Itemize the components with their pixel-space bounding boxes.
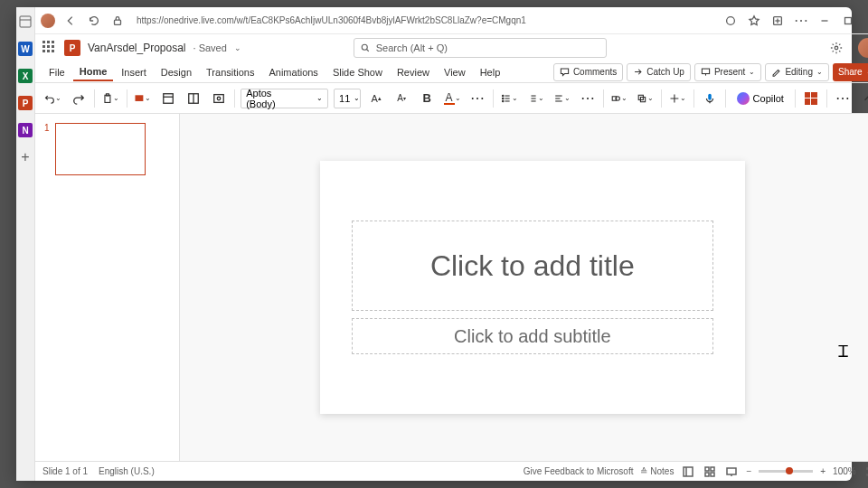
normal-view-icon[interactable]: [681, 465, 695, 479]
svg-point-19: [362, 44, 367, 50]
dictate-button[interactable]: [700, 89, 720, 108]
back-icon[interactable]: [62, 13, 79, 29]
feedback-link[interactable]: Give Feedback to Microsoft: [524, 466, 634, 476]
rail-excel-icon[interactable]: X: [16, 67, 34, 85]
svg-point-33: [502, 95, 503, 96]
svg-text:N: N: [22, 126, 28, 136]
reset-button[interactable]: [184, 89, 203, 108]
slide-count[interactable]: Slide 1 of 1: [42, 466, 88, 476]
bold-button[interactable]: B: [417, 89, 437, 108]
tab-transitions[interactable]: Transitions: [200, 64, 260, 80]
editing-group-button[interactable]: ⌄: [667, 89, 688, 108]
tab-help[interactable]: Help: [474, 64, 507, 80]
align-button[interactable]: ⌄: [552, 89, 572, 108]
redo-button[interactable]: [69, 89, 89, 108]
zoom-slider[interactable]: [759, 470, 813, 473]
undo-button[interactable]: ⌄: [42, 89, 63, 108]
layout-button[interactable]: [158, 89, 178, 108]
font-more-icon[interactable]: ⋯: [467, 89, 487, 108]
sorter-view-icon[interactable]: [703, 465, 717, 479]
favorite-icon[interactable]: [746, 13, 762, 29]
tab-review[interactable]: Review: [391, 64, 436, 80]
rail-collapse-icon[interactable]: [16, 13, 34, 31]
tab-animations[interactable]: Animations: [262, 64, 324, 80]
new-slide-button[interactable]: ⌄: [132, 89, 153, 108]
bullets-button[interactable]: ⌄: [499, 89, 520, 108]
font-color-button[interactable]: A⌄: [442, 89, 462, 108]
document-title[interactable]: VanArsdel_Proposal: [88, 42, 186, 54]
minimize-icon[interactable]: [816, 13, 833, 29]
collections-icon[interactable]: [769, 13, 786, 29]
arrange-button[interactable]: ⌄: [635, 89, 656, 108]
browser-more-icon[interactable]: ⋯: [793, 13, 809, 29]
svg-text:P: P: [23, 99, 29, 108]
settings-icon[interactable]: [827, 39, 845, 57]
rail-word-icon[interactable]: W: [16, 40, 34, 58]
profile-avatar-icon[interactable]: [41, 14, 55, 28]
reading-view-icon[interactable]: [724, 465, 739, 479]
para-more-icon[interactable]: ⋯: [578, 89, 598, 108]
shrink-font-button[interactable]: A▾: [392, 89, 411, 108]
share-button[interactable]: Share⌄: [833, 63, 868, 81]
designer-button[interactable]: [801, 89, 821, 108]
svg-rect-50: [684, 467, 693, 476]
svg-line-20: [366, 50, 368, 52]
subtitle-placeholder[interactable]: Click to add subtitle: [352, 318, 713, 354]
slide[interactable]: Click to add title Click to add subtitle: [320, 161, 745, 414]
svg-rect-10: [115, 20, 121, 24]
search-icon: [360, 42, 371, 53]
tracking-icon[interactable]: [722, 13, 739, 29]
chevron-down-icon[interactable]: ⌄: [234, 43, 241, 52]
font-size-select[interactable]: 11⌄: [334, 89, 361, 108]
svg-rect-16: [844, 17, 851, 23]
shapes-button[interactable]: ⌄: [609, 89, 629, 108]
app-title-bar: P VanArsdel_Proposal · Saved ⌄ Search (A…: [35, 34, 868, 61]
rail-onenote-icon[interactable]: N: [16, 121, 34, 139]
language[interactable]: English (U.S.): [99, 466, 155, 476]
copilot-button[interactable]: Copilot: [731, 89, 789, 108]
svg-point-11: [726, 16, 734, 24]
present-button[interactable]: Present⌄: [694, 63, 761, 81]
section-button[interactable]: [209, 89, 229, 108]
zoom-level[interactable]: 100%: [833, 466, 856, 476]
save-state: · Saved: [193, 42, 227, 53]
grow-font-button[interactable]: A▴: [366, 89, 386, 108]
zoom-in-button[interactable]: +: [820, 466, 826, 476]
zoom-out-button[interactable]: −: [746, 466, 751, 476]
browser-chrome: https://onedrive.live.com/w/t/EaC8KPs6Ac…: [35, 7, 868, 34]
ribbon-more-icon[interactable]: ⋯: [833, 89, 853, 108]
rail-add-icon[interactable]: +: [16, 148, 34, 166]
svg-point-32: [218, 97, 222, 100]
url-bar[interactable]: https://onedrive.live.com/w/t/EaC8KPs6Ac…: [133, 15, 715, 25]
title-placeholder[interactable]: Click to add title: [352, 221, 713, 311]
comments-button[interactable]: Comments: [553, 63, 623, 81]
editing-button[interactable]: Editing⌄: [765, 63, 829, 81]
user-avatar[interactable]: [858, 38, 868, 58]
search-input[interactable]: Search (Alt + Q): [354, 38, 607, 58]
tab-insert[interactable]: Insert: [115, 64, 153, 80]
svg-rect-31: [214, 94, 224, 102]
rail-powerpoint-icon[interactable]: P: [16, 94, 34, 112]
collapse-ribbon-icon[interactable]: [858, 89, 868, 108]
tab-home[interactable]: Home: [73, 63, 114, 81]
powerpoint-logo-icon: P: [64, 40, 80, 56]
svg-text:X: X: [23, 71, 29, 81]
maximize-icon[interactable]: [840, 13, 856, 29]
font-family-select[interactable]: Aptos (Body)⌄: [241, 89, 328, 108]
numbering-button[interactable]: ⌄: [525, 89, 546, 108]
search-placeholder: Search (Alt + Q): [376, 42, 448, 53]
tab-design[interactable]: Design: [155, 64, 198, 80]
paste-button[interactable]: ⌄: [100, 89, 121, 108]
catchup-button[interactable]: Catch Up: [627, 63, 691, 81]
slide-thumbnail[interactable]: [55, 123, 146, 175]
fit-icon[interactable]: [863, 465, 868, 479]
refresh-icon[interactable]: [86, 13, 102, 29]
text-cursor-icon: Ꮖ: [838, 343, 849, 361]
app-launcher-icon[interactable]: [42, 41, 57, 55]
close-icon[interactable]: [863, 13, 868, 29]
notes-button[interactable]: ≙ Notes: [640, 466, 674, 476]
tab-view[interactable]: View: [438, 64, 472, 80]
ribbon: ⌄ ⌄ ⌄ Aptos (Body)⌄ 11⌄ A▴ A▾ B A⌄ ⋯ ⌄ ⌄…: [35, 83, 868, 114]
tab-slideshow[interactable]: Slide Show: [326, 64, 389, 80]
tab-file[interactable]: File: [42, 64, 71, 80]
